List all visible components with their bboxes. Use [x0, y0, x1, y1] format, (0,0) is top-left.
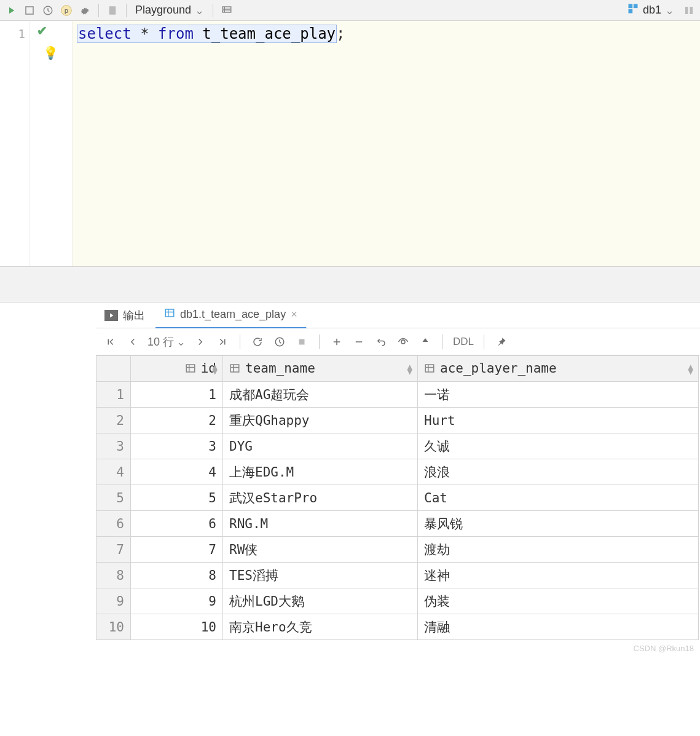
tab-result-table[interactable]: db1.t_team_ace_play × — [155, 303, 307, 328]
svg-rect-5 — [222, 10, 231, 12]
cell-id[interactable]: 7 — [131, 537, 223, 563]
result-toolbar: 10 行 ⌄ DDL — [96, 328, 700, 355]
cell-id[interactable]: 9 — [131, 588, 223, 614]
last-page-button[interactable] — [213, 332, 232, 352]
sort-icon[interactable]: ▲▼ — [688, 364, 693, 374]
output-icon — [104, 310, 118, 321]
next-page-button[interactable] — [191, 332, 210, 352]
datasource-selector[interactable]: db1 ⌄ — [627, 2, 679, 18]
table-row[interactable]: 66RNG.M暴风锐 — [96, 511, 699, 537]
cell-team-name[interactable]: DYG — [223, 433, 418, 459]
table-row[interactable]: 44上海EDG.M浪浪 — [96, 459, 699, 485]
separator — [126, 4, 127, 17]
column-icon — [424, 363, 435, 374]
auto-reload-icon[interactable] — [270, 332, 289, 352]
cell-ace-player-name[interactable]: 久诚 — [417, 433, 698, 459]
param-icon[interactable]: p — [58, 2, 75, 19]
cell-team-name[interactable]: RNG.M — [223, 511, 418, 537]
add-row-button[interactable] — [327, 332, 347, 352]
cell-team-name[interactable]: 成都AG超玩会 — [223, 382, 418, 408]
separator — [319, 334, 320, 349]
sort-icon[interactable]: ▲▼ — [213, 364, 218, 374]
bulb-icon[interactable]: 💡 — [43, 46, 58, 60]
run-button[interactable] — [2, 2, 20, 19]
remove-row-button[interactable] — [349, 332, 369, 352]
svg-rect-26 — [230, 365, 239, 372]
console-tab-label: Playground — [135, 4, 191, 17]
cell-ace-player-name[interactable]: 暴风锐 — [417, 511, 698, 537]
sessions-icon[interactable] — [680, 2, 698, 19]
separator — [213, 4, 213, 17]
cell-team-name[interactable]: 杭州LGD大鹅 — [223, 588, 418, 614]
cell-team-name[interactable]: 上海EDG.M — [223, 459, 418, 485]
cell-id[interactable]: 10 — [131, 614, 223, 640]
explain-icon[interactable] — [21, 2, 38, 19]
console-tab[interactable]: Playground ⌄ — [132, 4, 208, 17]
history-icon[interactable] — [39, 2, 57, 19]
cell-id[interactable]: 1 — [131, 382, 223, 408]
pin-icon[interactable] — [492, 332, 511, 352]
cell-team-name[interactable]: 武汉eStarPro — [223, 485, 418, 511]
cell-ace-player-name[interactable]: 迷神 — [417, 563, 698, 588]
file-icon[interactable] — [104, 2, 121, 19]
cell-ace-player-name[interactable]: 一诺 — [417, 382, 698, 408]
cell-ace-player-name[interactable]: 渡劫 — [417, 537, 698, 563]
preview-icon[interactable] — [393, 332, 413, 352]
separator — [484, 334, 484, 349]
table-row[interactable]: 55武汉eStarProCat — [96, 485, 699, 511]
col-id[interactable]: id ▲▼ — [131, 356, 223, 382]
cell-ace-player-name[interactable]: Hurt — [417, 408, 698, 433]
table-row[interactable]: 99杭州LGD大鹅伪装 — [96, 588, 699, 614]
cell-team-name[interactable]: 重庆QGhappy — [223, 408, 418, 433]
page-rows-selector[interactable]: 10 行 ⌄ — [145, 334, 188, 349]
cell-id[interactable]: 4 — [131, 459, 223, 485]
close-icon[interactable]: × — [291, 308, 297, 321]
line-number: 1 — [18, 25, 25, 43]
splitter[interactable] — [0, 267, 700, 303]
cell-ace-player-name[interactable]: 伪装 — [417, 588, 698, 614]
cell-id[interactable]: 2 — [131, 408, 223, 433]
reload-button[interactable] — [248, 332, 267, 352]
cell-ace-player-name[interactable]: 清融 — [417, 614, 698, 640]
cell-ace-player-name[interactable]: 浪浪 — [417, 459, 698, 485]
rownum-header[interactable] — [96, 356, 131, 382]
code-area[interactable]: select * from t_team_ace_play; — [73, 21, 700, 266]
cell-ace-player-name[interactable]: Cat — [417, 485, 698, 511]
table-row[interactable]: 1010南京Hero久竞清融 — [96, 614, 699, 640]
svg-text:p: p — [65, 6, 68, 14]
table-row[interactable]: 33DYG久诚 — [96, 433, 699, 459]
datasource-label: db1 — [643, 4, 661, 17]
table-row[interactable]: 77RW侠渡劫 — [96, 537, 699, 563]
ddl-button[interactable]: DDL — [450, 336, 476, 348]
col-team-name[interactable]: team_name ▲▼ — [223, 356, 418, 382]
svg-rect-23 — [186, 365, 195, 372]
revert-button[interactable] — [371, 332, 391, 352]
sql-editor[interactable]: 1 ✔ 💡 select * from t_team_ace_play; — [0, 21, 700, 267]
table-row[interactable]: 22重庆QGhappyHurt — [96, 408, 699, 433]
col-ace-player-name[interactable]: ace_player_name ▲▼ — [417, 356, 698, 382]
stop-button[interactable] — [292, 332, 312, 352]
cell-id[interactable]: 8 — [131, 563, 223, 588]
cell-team-name[interactable]: TES滔搏 — [223, 563, 418, 588]
svg-rect-8 — [634, 4, 638, 9]
prev-page-button[interactable] — [123, 332, 143, 352]
cell-team-name[interactable]: 南京Hero久竞 — [223, 614, 418, 640]
schema-icon[interactable] — [218, 2, 235, 19]
settings-icon[interactable] — [76, 2, 93, 19]
cell-team-name[interactable]: RW侠 — [223, 537, 418, 563]
cell-id[interactable]: 3 — [131, 433, 223, 459]
table-row[interactable]: 11成都AG超玩会一诺 — [96, 382, 699, 408]
rownum-cell: 8 — [96, 563, 131, 588]
submit-button[interactable] — [415, 332, 435, 352]
marker-column: ✔ 💡 — [29, 21, 73, 266]
sort-icon[interactable]: ▲▼ — [407, 364, 412, 374]
svg-rect-29 — [425, 365, 434, 372]
kw-from: from — [158, 25, 194, 42]
first-page-button[interactable] — [101, 332, 120, 352]
tab-output[interactable]: 输出 — [96, 303, 154, 328]
cell-id[interactable]: 5 — [131, 485, 223, 511]
cell-id[interactable]: 6 — [131, 511, 223, 537]
table-row[interactable]: 88TES滔搏迷神 — [96, 563, 699, 588]
result-table: id ▲▼ team_name ▲▼ ace_player_name ▲▼ 11… — [96, 355, 699, 640]
gutter: 1 — [0, 21, 29, 266]
